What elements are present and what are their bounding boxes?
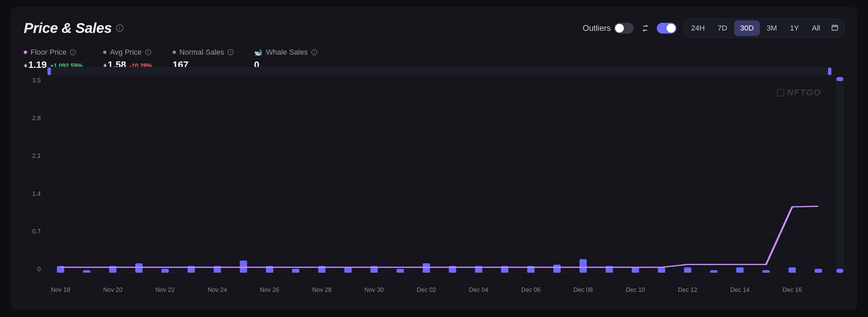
normal-sales-dot-icon: [173, 51, 176, 54]
x-tick: Dec 14: [730, 286, 750, 294]
x-tick: Dec 12: [678, 286, 697, 294]
info-icon[interactable]: i: [228, 49, 234, 55]
svg-rect-25: [684, 267, 691, 273]
x-tick: Nov 30: [364, 286, 384, 294]
x-tick: Nov 22: [155, 286, 175, 294]
floor-price-label: Floor Price: [31, 48, 66, 57]
y-tick: 0: [37, 266, 41, 273]
scrollbar-handle-left[interactable]: [47, 68, 51, 75]
watermark: ~ NFTGO: [777, 87, 821, 98]
svg-rect-27: [736, 267, 744, 273]
x-tick: Nov 24: [208, 286, 227, 294]
svg-rect-12: [344, 267, 352, 273]
panel-header: Price & Sales i Outliers 24H 7D 30D 3M 1…: [24, 19, 844, 38]
x-tick: Dec 02: [417, 286, 436, 294]
range-1y[interactable]: 1Y: [784, 20, 805, 36]
svg-rect-4: [135, 263, 143, 273]
svg-rect-24: [658, 267, 665, 273]
vscroll-thumb-top[interactable]: [836, 77, 843, 81]
vertical-scrollbar[interactable]: [835, 77, 844, 273]
y-axis: 3.52.82.11.40.70: [24, 77, 44, 273]
floor-price-value: 1.19: [28, 59, 47, 70]
avg-price-label: Avg Price: [110, 48, 142, 57]
eth-icon: ♦: [24, 61, 27, 70]
floor-price-dot-icon: [24, 51, 27, 54]
x-tick: Nov 26: [260, 286, 279, 294]
svg-rect-15: [423, 263, 430, 273]
calendar-icon[interactable]: [827, 21, 843, 35]
avg-price-dot-icon: [103, 51, 106, 54]
title-wrap: Price & Sales i: [24, 20, 123, 36]
scrollbar-handle-right[interactable]: [828, 68, 831, 75]
y-tick: 0.7: [32, 228, 41, 235]
info-icon[interactable]: i: [70, 49, 76, 55]
whale-icon: 🐋: [254, 48, 262, 56]
panel-controls: Outliers 24H 7D 30D 3M 1Y All: [583, 19, 844, 38]
time-range-group: 24H 7D 30D 3M 1Y All: [683, 19, 844, 38]
normal-sales-label: Normal Sales: [179, 48, 224, 57]
x-tick: Nov 18: [51, 286, 70, 294]
x-tick: Dec 08: [573, 286, 593, 294]
y-tick: 2.8: [32, 115, 41, 122]
panel-title: Price & Sales: [24, 20, 112, 36]
chart-plot[interactable]: ~ NFTGO: [47, 77, 831, 273]
outliers-control: Outliers: [583, 23, 634, 34]
outliers-label: Outliers: [583, 23, 611, 33]
svg-rect-20: [553, 265, 561, 273]
watermark-text: NFTGO: [787, 87, 821, 98]
y-tick: 1.4: [32, 190, 41, 198]
x-tick: Nov 20: [103, 286, 122, 294]
time-scrollbar[interactable]: [47, 67, 831, 76]
whale-sales-label: Whale Sales: [266, 48, 308, 57]
x-tick: Dec 04: [469, 286, 488, 294]
range-24h[interactable]: 24H: [685, 20, 711, 36]
chart-mode-toggle[interactable]: [657, 23, 676, 34]
range-7d[interactable]: 7D: [712, 20, 733, 36]
y-tick: 3.5: [32, 77, 41, 84]
chart-main: 3.52.82.11.40.70 ~ NFTGO Nov 18Nov 20Nov…: [24, 77, 831, 300]
x-tick: Dec 16: [783, 286, 802, 294]
svg-rect-29: [789, 267, 796, 273]
x-tick: Dec 10: [626, 286, 645, 294]
outliers-toggle[interactable]: [614, 23, 634, 34]
vscroll-thumb-bottom[interactable]: [836, 269, 843, 273]
range-3m[interactable]: 3M: [761, 20, 783, 36]
info-icon[interactable]: i: [311, 49, 317, 55]
watermark-icon: ~: [777, 89, 784, 96]
x-tick: Dec 06: [521, 286, 540, 294]
svg-rect-0: [832, 25, 838, 31]
chart-area: 3.52.82.11.40.70 ~ NFTGO Nov 18Nov 20Nov…: [24, 77, 844, 300]
x-tick: Nov 28: [312, 286, 332, 294]
swap-icon[interactable]: [640, 23, 650, 33]
svg-rect-23: [632, 267, 639, 273]
info-icon[interactable]: i: [145, 49, 151, 55]
price-sales-panel: Price & Sales i Outliers 24H 7D 30D 3M 1…: [10, 7, 858, 310]
svg-rect-21: [579, 259, 587, 273]
y-tick: 2.1: [32, 152, 41, 160]
info-icon[interactable]: i: [116, 24, 123, 32]
range-30d[interactable]: 30D: [734, 20, 760, 36]
range-all[interactable]: All: [806, 20, 826, 36]
